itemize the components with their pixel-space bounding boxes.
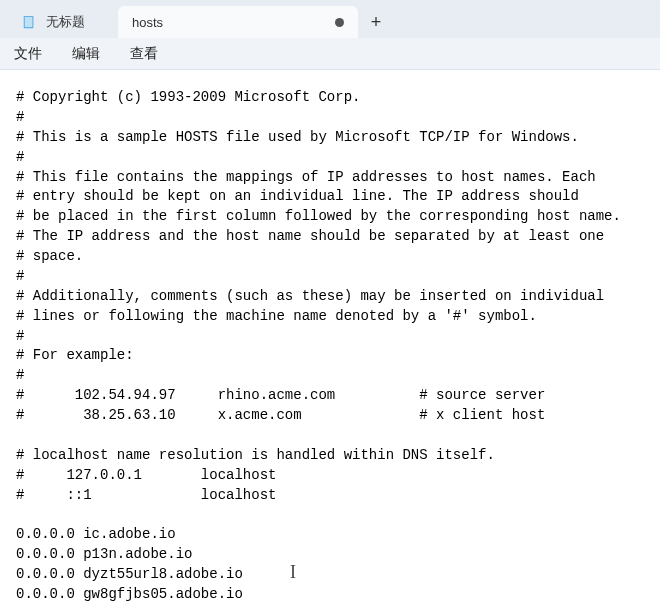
tab-right-controls <box>335 18 344 27</box>
plus-icon: + <box>371 12 382 33</box>
file-icon <box>22 15 36 29</box>
menu-view[interactable]: 查看 <box>126 41 162 67</box>
menu-file[interactable]: 文件 <box>10 41 46 67</box>
menu-bar: 文件 编辑 查看 <box>0 38 660 70</box>
tab-title: 无标题 <box>46 13 85 31</box>
tab-bar: 无标题 hosts + <box>0 0 660 38</box>
tab-hosts[interactable]: hosts <box>118 6 358 38</box>
svg-rect-1 <box>25 17 33 28</box>
text-editor[interactable]: # Copyright (c) 1993-2009 Microsoft Corp… <box>0 70 660 602</box>
tab-title: hosts <box>132 15 163 30</box>
tab-untitled[interactable]: 无标题 <box>8 6 118 38</box>
editor-content: # Copyright (c) 1993-2009 Microsoft Corp… <box>16 89 621 602</box>
new-tab-button[interactable]: + <box>358 6 394 38</box>
menu-edit[interactable]: 编辑 <box>68 41 104 67</box>
text-cursor-icon: I <box>290 560 296 586</box>
modified-indicator-icon <box>335 18 344 27</box>
